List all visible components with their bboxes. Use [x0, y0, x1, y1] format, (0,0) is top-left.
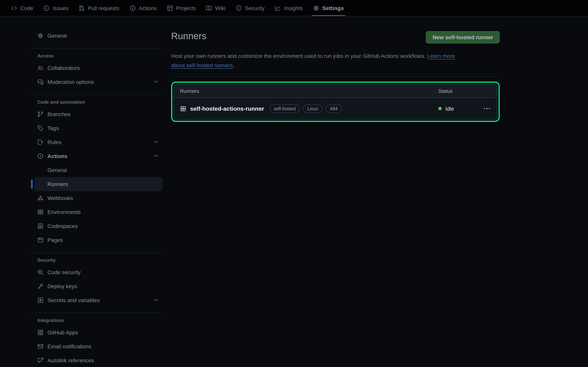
kebab-horizontal-icon[interactable] [483, 106, 491, 111]
sidebar-item-label: Tags [47, 125, 59, 131]
section-divider [171, 76, 500, 77]
runner-row: self-hosted-actions-runner self-hostedLi… [174, 98, 497, 119]
runner-label-pill-x64: X64 [326, 104, 342, 113]
key-icon [37, 283, 43, 289]
sidebar-item-label: GitHub Apps [47, 329, 78, 335]
sidebar-item-label: Secrets and variables [47, 297, 100, 303]
sidebar-item-label: Runners [47, 181, 68, 187]
settings-sidebar: GeneralAccessCollaboratorsModeration opt… [31, 16, 163, 367]
graph-icon [275, 5, 281, 11]
nav-item-label: Code [20, 5, 33, 11]
chevron-down-icon [153, 297, 159, 303]
nav-item-security[interactable]: Security [231, 0, 269, 16]
sidebar-item-email-notifications[interactable]: Email notifications [34, 339, 163, 353]
git-pull-request-icon [78, 5, 85, 11]
runner-actions-cell [475, 106, 491, 111]
nav-item-label: Pull requests [88, 5, 119, 11]
runner-name-cell: self-hosted-actions-runner self-hostedLi… [180, 104, 438, 113]
content-header: Runners New self-hosted runner [171, 30, 500, 43]
github-settings-page: CodeIssuesPull requestsActionsProjectsWi… [0, 0, 588, 367]
sidebar-item-github-apps[interactable]: GitHub Apps [34, 325, 163, 339]
play-icon [130, 5, 136, 11]
sidebar-item-environments[interactable]: Environments [34, 205, 163, 219]
sidebar-divider [31, 252, 163, 253]
sidebar-item-general[interactable]: General [34, 163, 163, 177]
sidebar-item-pages[interactable]: Pages [34, 233, 163, 247]
server-icon [180, 105, 186, 112]
nav-item-actions[interactable]: Actions [125, 0, 161, 16]
git-branch-icon [37, 111, 43, 117]
gear-icon [37, 33, 43, 39]
sidebar-item-rules[interactable]: Rules [34, 135, 163, 149]
people-icon [37, 65, 43, 71]
chevron-down-icon [153, 138, 159, 145]
nav-item-pull-requests[interactable]: Pull requests [74, 0, 124, 16]
issue-opened-icon [43, 5, 50, 11]
description-period: . [233, 62, 234, 68]
sidebar-item-code-security[interactable]: Code security [34, 265, 163, 279]
browser-icon [37, 237, 43, 243]
runner-name: self-hosted-actions-runner [190, 105, 264, 112]
sidebar-item-label: Pages [47, 237, 63, 243]
sidebar-item-collaborators[interactable]: Collaborators [34, 61, 163, 75]
sidebar-section-title-access: Access [34, 53, 163, 59]
nav-item-issues[interactable]: Issues [39, 0, 73, 16]
sidebar-item-general[interactable]: General [34, 29, 163, 43]
chevron-up-icon [153, 152, 159, 159]
sidebar-item-moderation-options[interactable]: Moderation options [34, 75, 163, 89]
new-self-hosted-runner-button[interactable]: New self-hosted runner [426, 31, 500, 43]
nav-item-projects[interactable]: Projects [162, 0, 200, 16]
nav-item-label: Insights [284, 5, 303, 11]
comment-discussion-icon [37, 79, 43, 85]
nav-item-label: Actions [139, 5, 157, 11]
nav-item-settings[interactable]: Settings [308, 0, 348, 16]
sidebar-item-actions[interactable]: Actions [34, 149, 163, 163]
sidebar-item-label: General [47, 167, 67, 173]
sidebar-item-label: Email notifications [47, 343, 91, 350]
server-icon [37, 209, 43, 215]
book-icon [206, 5, 212, 11]
webhook-icon [37, 195, 43, 201]
play-icon [37, 153, 43, 159]
gear-icon [313, 5, 319, 11]
sidebar-item-label: Collaborators [47, 65, 80, 71]
nav-item-insights[interactable]: Insights [270, 0, 308, 16]
sidebar-item-label: Deploy keys [47, 283, 77, 289]
sidebar-item-label: Webhooks [47, 195, 73, 201]
sidebar-item-label: Autolink references [47, 357, 94, 364]
nav-item-label: Security [245, 5, 265, 11]
nav-item-wiki[interactable]: Wiki [201, 0, 230, 16]
nav-item-label: Settings [322, 5, 344, 11]
table-header-runners: Runners [180, 88, 438, 94]
sidebar-item-runners[interactable]: Runners [34, 177, 163, 191]
sidebar-item-branches[interactable]: Branches [34, 107, 163, 121]
sidebar-item-secrets-and-variables[interactable]: Secrets and variables [34, 293, 163, 307]
sidebar-item-label: General [47, 33, 67, 39]
sidebar-item-label: Code security [47, 269, 81, 275]
runner-label-pill-linux: Linux [303, 104, 322, 113]
sidebar-item-deploy-keys[interactable]: Deploy keys [34, 279, 163, 293]
table-header-status: Status [438, 88, 475, 94]
runners-content: Runners New self-hosted runner Host your… [171, 16, 500, 122]
description-text: Host your own runners and customize the … [171, 53, 426, 59]
sidebar-section-title-code-and-automation: Code and automation [34, 100, 163, 105]
runner-labels: self-hostedLinuxX64 [269, 104, 342, 113]
nav-item-label: Wiki [215, 5, 225, 11]
highlight-ring: Runners Status self-hosted-actions-runne… [171, 82, 500, 122]
runners-description: Host your own runners and customize the … [171, 51, 500, 70]
tag-icon [37, 125, 43, 131]
top-nav: CodeIssuesPull requestsActionsProjectsWi… [0, 0, 588, 16]
key-asterisk-icon [37, 297, 43, 303]
code-icon [11, 5, 17, 11]
sidebar-item-codespaces[interactable]: Codespaces [34, 219, 163, 233]
sidebar-item-webhooks[interactable]: Webhooks [34, 191, 163, 205]
code-scan-icon [37, 269, 43, 275]
codespaces-icon [37, 223, 43, 229]
sidebar-item-autolink-references[interactable]: Autolink references [34, 353, 163, 367]
nav-item-code[interactable]: Code [6, 0, 38, 16]
runner-label-pill-self-hosted: self-hosted [269, 104, 300, 113]
sidebar-item-tags[interactable]: Tags [34, 121, 163, 135]
sidebar-item-label: Rules [47, 139, 61, 145]
shield-icon [236, 5, 242, 11]
chevron-down-icon [153, 78, 159, 84]
